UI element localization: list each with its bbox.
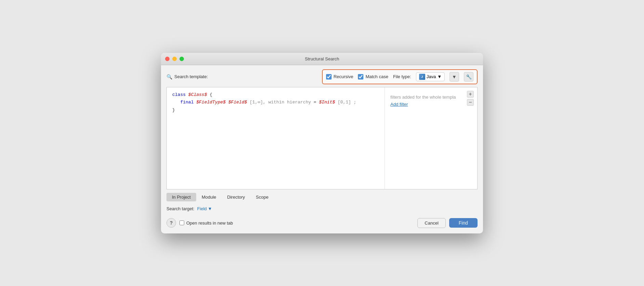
- add-filter-plus-button[interactable]: +: [467, 91, 474, 98]
- tab-in-project[interactable]: In Project: [166, 193, 196, 201]
- java-icon: J: [419, 74, 425, 80]
- minimize-button[interactable]: [172, 57, 177, 61]
- match-case-option[interactable]: Match case: [358, 74, 388, 80]
- add-filter-link[interactable]: Add filter: [390, 102, 408, 107]
- find-button[interactable]: Find: [449, 218, 478, 228]
- search-template-label: 🔍 Search template:: [166, 74, 208, 80]
- settings-button[interactable]: 🔧: [464, 72, 473, 82]
- search-icon: 🔍: [166, 74, 172, 80]
- tab-module[interactable]: Module: [196, 193, 222, 201]
- assign-op: =: [314, 100, 319, 105]
- dialog-body: 🔍 Search template: Recursive Match case …: [161, 65, 483, 233]
- range-hint: [1,∞], within hierarchy: [250, 100, 311, 105]
- right-buttons: Cancel Find: [417, 218, 478, 228]
- remove-filter-minus-button[interactable]: −: [467, 99, 474, 106]
- brace-open: {: [210, 92, 212, 97]
- file-type-value: Java: [427, 74, 436, 79]
- recursive-checkbox[interactable]: [326, 74, 332, 80]
- options-group: Recursive Match case File type: J Java ▼…: [322, 69, 478, 84]
- file-type-dropdown[interactable]: J Java ▼: [416, 72, 445, 81]
- help-button[interactable]: ?: [166, 218, 176, 228]
- tab-scope[interactable]: Scope: [251, 193, 274, 201]
- code-line-1: class $Class$ {: [172, 91, 379, 99]
- search-target-value: Field: [197, 206, 207, 211]
- open-results-label: Open results in new tab: [186, 220, 233, 226]
- content-area: class $Class$ { final $FieldType$ $Field…: [166, 87, 478, 189]
- window-controls: [165, 57, 184, 61]
- file-type-label: File type:: [393, 74, 411, 79]
- search-target-arrow-icon: ▼: [208, 206, 212, 211]
- init-range: [0,1] ;: [338, 100, 357, 105]
- open-results-option[interactable]: Open results in new tab: [179, 220, 233, 226]
- recursive-label: Recursive: [334, 74, 353, 79]
- code-line-2: final $FieldType$ $Field$ [1,∞], within …: [172, 99, 379, 106]
- code-line-3: }: [172, 107, 379, 114]
- init-var: $Init$: [319, 100, 335, 105]
- brace-close: }: [172, 108, 175, 113]
- maximize-button[interactable]: [179, 57, 184, 61]
- field-var: $Field$: [228, 100, 247, 105]
- search-target-label: Search target:: [166, 206, 194, 211]
- search-target-dropdown[interactable]: Field ▼: [197, 206, 212, 211]
- filter-icon: ▼: [452, 74, 457, 80]
- close-button[interactable]: [165, 57, 170, 61]
- kw-class: class: [172, 92, 186, 97]
- title-bar: Structural Search: [161, 53, 483, 65]
- cancel-button[interactable]: Cancel: [417, 218, 445, 228]
- filter-button[interactable]: ▼: [450, 72, 459, 82]
- kw-final: final: [180, 100, 193, 105]
- filters-panel: + − filters added for the whole templa A…: [385, 87, 477, 189]
- filters-hint: filters added for the whole templa: [390, 94, 456, 100]
- match-case-checkbox[interactable]: [358, 74, 363, 80]
- bottom-row: ? Open results in new tab Cancel Find: [166, 218, 478, 228]
- dropdown-arrow-icon: ▼: [437, 74, 442, 79]
- structural-search-dialog: Structural Search 🔍 Search template: Rec…: [161, 53, 483, 233]
- match-case-label: Match case: [365, 74, 388, 79]
- wrench-icon: 🔧: [466, 74, 472, 80]
- recursive-option[interactable]: Recursive: [326, 74, 353, 80]
- left-bottom: ? Open results in new tab: [166, 218, 233, 228]
- code-panel[interactable]: class $Class$ { final $FieldType$ $Field…: [167, 87, 385, 189]
- dialog-title: Structural Search: [305, 56, 339, 61]
- field-type-var: $FieldType$: [196, 100, 226, 105]
- search-template-text: Search template:: [174, 74, 208, 79]
- class-var: $Class$: [188, 92, 207, 97]
- search-template-row: 🔍 Search template: Recursive Match case …: [166, 69, 478, 84]
- tab-directory[interactable]: Directory: [222, 193, 251, 201]
- search-target-row: Search target: Field ▼: [166, 206, 478, 211]
- scope-tabs: In Project Module Directory Scope: [166, 193, 478, 201]
- open-results-checkbox[interactable]: [179, 220, 184, 225]
